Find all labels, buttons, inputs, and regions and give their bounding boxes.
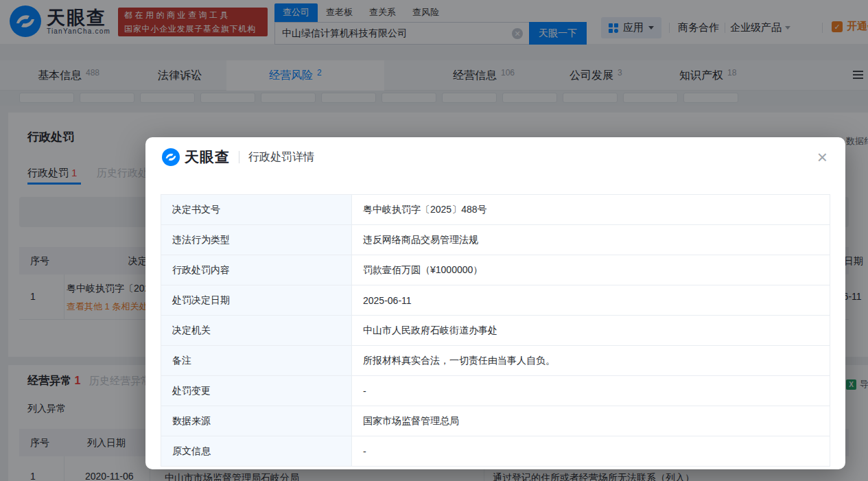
row-value: 2025-06-11 — [352, 285, 830, 315]
tianyancha-logo-icon — [162, 148, 180, 166]
modal-title: 行政处罚详情 — [248, 150, 314, 165]
row-value: 粤中岐执罚字〔2025〕488号 — [352, 195, 830, 224]
divider — [239, 151, 239, 163]
row-value: 国家市场监督管理总局 — [352, 406, 830, 436]
row-value: 违反网络商品交易管理法规 — [352, 225, 830, 255]
modal-header: 天眼查 行政处罚详情 × — [145, 137, 845, 177]
row-label: 决定书文号 — [161, 195, 352, 224]
row-value: - — [352, 436, 830, 466]
table-row: 行政处罚内容 罚款壹佰万圆（¥1000000） — [161, 255, 830, 285]
row-label: 原文信息 — [161, 436, 352, 466]
table-row: 数据来源 国家市场监督管理总局 — [161, 406, 830, 436]
row-label: 处罚变更 — [161, 376, 352, 406]
row-label: 处罚决定日期 — [161, 285, 352, 315]
row-label: 备注 — [161, 346, 352, 375]
table-row: 决定机关 中山市人民政府石岐街道办事处 — [161, 316, 830, 346]
table-row: 决定书文号 粤中岐执罚字〔2025〕488号 — [161, 195, 830, 225]
table-row: 违法行为类型 违反网络商品交易管理法规 — [161, 225, 830, 255]
row-value: 罚款壹佰万圆（¥1000000） — [352, 255, 830, 285]
table-row: 原文信息 - — [161, 436, 830, 467]
row-label: 违法行为类型 — [161, 225, 352, 255]
row-label: 数据来源 — [161, 406, 352, 436]
row-value: - — [352, 376, 830, 406]
row-label: 行政处罚内容 — [161, 255, 352, 285]
modal-brand: 天眼查 — [185, 148, 230, 167]
row-value: 所报材料真实合法，一切责任由当事人自负。 — [352, 346, 830, 375]
row-label: 决定机关 — [161, 316, 352, 345]
penalty-detail-table: 决定书文号 粤中岐执罚字〔2025〕488号 违法行为类型 违反网络商品交易管理… — [161, 194, 830, 467]
close-icon[interactable]: × — [817, 148, 828, 166]
table-row: 处罚变更 - — [161, 376, 830, 406]
penalty-detail-modal: 天眼查 行政处罚详情 × 决定书文号 粤中岐执罚字〔2025〕488号 违法行为… — [145, 137, 845, 469]
table-row: 备注 所报材料真实合法，一切责任由当事人自负。 — [161, 346, 830, 376]
table-row: 处罚决定日期 2025-06-11 — [161, 285, 830, 316]
row-value: 中山市人民政府石岐街道办事处 — [352, 316, 830, 345]
